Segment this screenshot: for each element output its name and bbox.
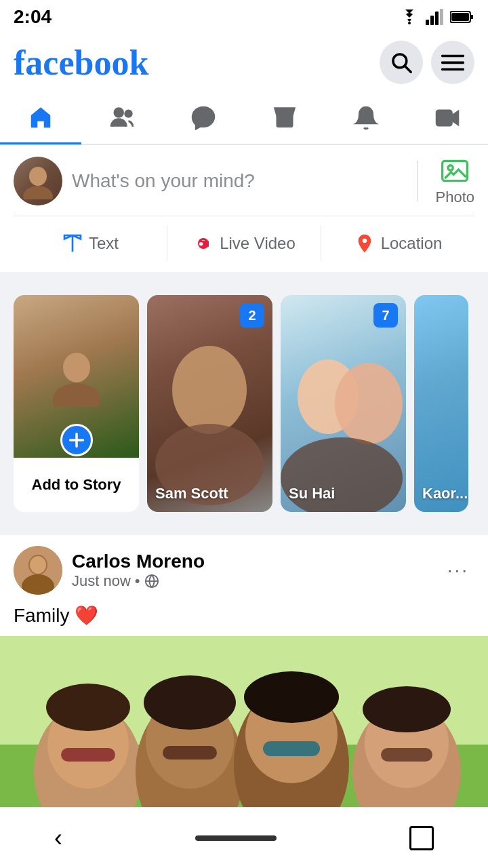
story-sam-scott[interactable]: 2 Sam Scott	[147, 295, 272, 512]
marketplace-icon	[272, 105, 298, 131]
post-timestamp: Just now	[72, 572, 131, 590]
status-time: 2:04	[14, 6, 52, 28]
post-privacy-icon	[144, 574, 159, 589]
svg-rect-4	[440, 9, 443, 25]
post-author-avatar	[14, 546, 62, 595]
svg-point-37	[30, 556, 46, 574]
svg-rect-50	[263, 741, 320, 756]
facebook-logo: facebook	[14, 43, 148, 83]
svg-point-54	[46, 684, 130, 731]
story-name-sam: Sam Scott	[155, 485, 264, 502]
header: facebook	[0, 34, 488, 94]
post-creator-top: What's on your mind? Photo	[14, 156, 474, 216]
text-label: Text	[89, 234, 119, 253]
svg-rect-6	[470, 15, 473, 19]
svg-point-26	[53, 383, 100, 407]
tab-video[interactable]	[407, 93, 488, 144]
tab-messenger[interactable]	[163, 93, 244, 144]
status-icons	[399, 9, 474, 25]
svg-rect-11	[441, 62, 464, 64]
post-text-content: Family ❤️	[14, 605, 98, 626]
post-header: Carlos Moreno Just now • ···	[0, 535, 488, 601]
search-button[interactable]	[380, 41, 423, 84]
friends-icon	[109, 105, 135, 131]
menu-button[interactable]	[431, 41, 474, 84]
story-kaori[interactable]: Kaor...	[414, 295, 468, 512]
post-author-info: Carlos Moreno Just now •	[14, 546, 205, 595]
svg-rect-44	[61, 748, 115, 762]
post-menu-button[interactable]: ···	[442, 554, 474, 587]
svg-point-13	[115, 108, 123, 117]
user-avatar	[14, 157, 62, 205]
svg-rect-53	[381, 748, 432, 762]
svg-point-32	[335, 363, 403, 444]
live-video-icon	[192, 233, 214, 254]
svg-point-57	[363, 686, 451, 732]
back-button[interactable]: ‹	[54, 824, 62, 852]
search-icon	[390, 51, 413, 74]
home-icon	[28, 105, 54, 131]
post-author-details: Carlos Moreno Just now •	[72, 551, 205, 590]
svg-rect-7	[451, 13, 469, 21]
tab-home[interactable]	[0, 93, 81, 144]
post-input[interactable]: What's on your mind?	[72, 170, 399, 192]
stories-section: Add to Story 2 Sam Scott	[0, 287, 488, 520]
story-self-bottom: Add to Story	[14, 458, 139, 512]
svg-point-25	[63, 353, 90, 382]
post-dot: •	[135, 572, 140, 590]
add-to-story-label: Add to Story	[32, 476, 121, 494]
post-author-name: Carlos Moreno	[72, 551, 205, 572]
nav-tabs	[0, 94, 488, 145]
stories-row: Add to Story 2 Sam Scott	[14, 295, 488, 512]
svg-point-20	[448, 165, 453, 170]
svg-point-29	[172, 346, 247, 434]
header-actions	[380, 41, 474, 84]
post-meta: Just now •	[72, 572, 205, 590]
post-text: Family ❤️	[0, 601, 488, 636]
menu-icon	[441, 51, 464, 74]
location-icon	[354, 233, 375, 254]
svg-rect-1	[426, 20, 429, 25]
svg-rect-2	[430, 16, 434, 25]
live-video-label: Live Video	[220, 234, 296, 253]
tab-friends[interactable]	[81, 93, 163, 144]
story-badge-sam: 2	[240, 303, 264, 328]
post-actions: Text Live Video Location	[14, 226, 474, 261]
svg-point-55	[144, 675, 236, 730]
post-divider	[417, 161, 418, 201]
location-label: Location	[381, 234, 443, 253]
text-action[interactable]: Text	[14, 226, 167, 261]
home-indicator[interactable]	[195, 835, 277, 841]
svg-rect-47	[163, 746, 217, 760]
live-video-action[interactable]: Live Video	[167, 226, 321, 261]
tab-marketplace[interactable]	[244, 93, 325, 144]
svg-point-18	[23, 186, 53, 199]
post-creator: What's on your mind? Photo Text	[0, 145, 488, 272]
photo-button[interactable]: Photo	[436, 156, 475, 206]
svg-point-56	[244, 671, 339, 723]
story-su-hai[interactable]: 7 Su Hai	[281, 295, 406, 512]
story-add[interactable]: Add to Story	[14, 295, 139, 512]
svg-point-14	[125, 110, 132, 117]
status-bar: 2:04	[0, 0, 488, 34]
story-add-button[interactable]	[60, 424, 93, 456]
svg-rect-10	[441, 55, 464, 58]
signal-icon	[426, 9, 445, 25]
tab-notifications[interactable]	[325, 93, 407, 144]
feed-post-1: Carlos Moreno Just now • ··· Family ❤️	[0, 535, 488, 846]
svg-point-24	[199, 242, 203, 245]
battery-icon	[450, 10, 474, 24]
wifi-icon	[399, 9, 420, 24]
messenger-icon	[190, 105, 216, 131]
recents-button[interactable]	[409, 826, 434, 850]
bottom-nav-bar: ‹	[0, 807, 488, 868]
svg-rect-12	[441, 68, 464, 71]
photo-label: Photo	[436, 189, 475, 206]
story-name-kaori: Kaor...	[422, 485, 460, 502]
feed-divider	[0, 528, 488, 535]
svg-rect-3	[435, 12, 439, 25]
location-action[interactable]: Location	[321, 226, 474, 261]
notifications-icon	[353, 105, 379, 131]
svg-point-17	[29, 167, 47, 186]
text-icon	[62, 233, 83, 254]
